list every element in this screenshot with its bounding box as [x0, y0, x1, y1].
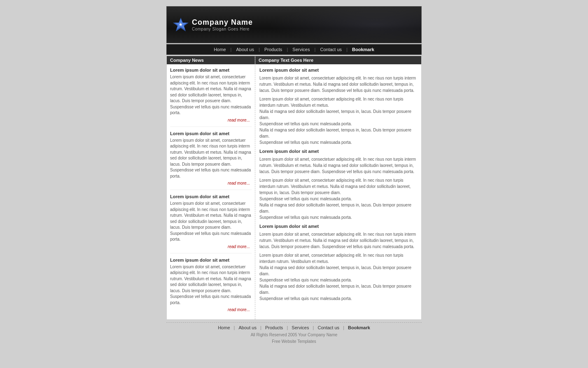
footer-sep-4: |: [313, 325, 314, 330]
copyright: All Rights Reserved 2005 Your Company Na…: [166, 332, 422, 349]
news-title-1: Lorem ipsum dolor sit amet: [170, 68, 252, 73]
news-body-3: Lorem ipsum dolor sit amet, consectetuer…: [170, 201, 252, 243]
footer-nav-products[interactable]: Products: [263, 325, 285, 330]
read-more-1[interactable]: read more...: [170, 118, 252, 122]
news-divider-1: [170, 127, 252, 127]
footer-nav-bookmark[interactable]: Bookmark: [345, 325, 373, 330]
news-body-2: Lorem ipsum dolor sit amet, consectetuer…: [170, 138, 252, 180]
main-para-1-0: Lorem ipsum dolor sit amet, consectetuer…: [259, 75, 417, 94]
read-more-2[interactable]: read more...: [170, 181, 252, 185]
nav-contact[interactable]: Contact us: [317, 47, 345, 52]
main-section-title-3: Lorem ipsum dolor sit amet: [259, 224, 417, 229]
footer-nav-services[interactable]: Services: [289, 325, 311, 330]
nav-sep-2: |: [259, 47, 260, 52]
footer-sep-1: |: [234, 325, 235, 330]
logo-icon: ★: [173, 17, 189, 33]
right-col-header: Company Text Goes Here: [255, 56, 421, 64]
company-slogan: Company Slogan Goes Here: [192, 27, 253, 31]
news-divider-3: [170, 253, 252, 253]
news-title-2: Lorem ipsum dolor sit amet: [170, 131, 252, 136]
read-more-3[interactable]: read more...: [170, 244, 252, 249]
news-item-3: Lorem ipsum dolor sit amet Lorem ipsum d…: [167, 191, 255, 252]
nav-sep-4: |: [315, 47, 316, 52]
copyright-line1: All Rights Reserved 2005 Your Company Na…: [166, 332, 422, 338]
main-content: Lorem ipsum dolor sit amet Lorem ipsum d…: [255, 64, 421, 307]
svg-text:★: ★: [179, 22, 183, 27]
main-para-2-0: Lorem ipsum dolor sit amet, consectetuer…: [259, 156, 417, 175]
news-title-3: Lorem ipsum dolor sit amet: [170, 194, 252, 199]
news-item-2: Lorem ipsum dolor sit amet Lorem ipsum d…: [167, 128, 255, 189]
main-section-title-2: Lorem ipsum dolor sit amet: [259, 149, 417, 154]
nav-sep-3: |: [287, 47, 288, 52]
company-name: Company Name: [192, 18, 253, 27]
nav-products[interactable]: Products: [261, 47, 285, 52]
footer-sep-2: |: [260, 325, 261, 330]
main-para-3-1: Lorem ipsum dolor sit amet, consectetuer…: [259, 252, 417, 302]
nav-services[interactable]: Services: [289, 47, 313, 52]
main-para-2-1: Lorem ipsum dolor sit amet, consectetuer…: [259, 177, 417, 220]
content-wrapper: Company News Lorem ipsum dolor sit amet …: [166, 56, 422, 320]
nav-home[interactable]: Home: [210, 47, 229, 52]
main-section-title-1: Lorem ipsum dolor sit amet: [259, 68, 417, 73]
footer-sep-3: |: [287, 325, 288, 330]
read-more-4[interactable]: read more...: [170, 307, 252, 312]
nav-sep-5: |: [346, 47, 348, 52]
news-item-4: Lorem ipsum dolor sit amet Lorem ipsum d…: [167, 254, 255, 316]
main-para-1-1: Lorem ipsum dolor sit amet, consectetuer…: [259, 96, 417, 145]
footer-sep-5: |: [343, 325, 344, 330]
nav-about[interactable]: About us: [233, 47, 257, 52]
site-header: ★ Company Name Company Slogan Goes Here: [166, 6, 422, 43]
main-para-3-0: Lorem ipsum dolor sit amet, consectetuer…: [259, 231, 417, 250]
left-col-header: Company News: [167, 56, 255, 64]
footer-nav-contact[interactable]: Contact us: [315, 325, 342, 330]
right-column: Company Text Goes Here Lorem ipsum dolor…: [255, 56, 421, 319]
news-body-4: Lorem ipsum dolor sit amet, consectetuer…: [170, 264, 252, 306]
footer-nav-about[interactable]: About us: [236, 325, 259, 330]
main-nav: Home | About us | Products | Services | …: [166, 44, 422, 55]
news-item-1: Lorem ipsum dolor sit amet Lorem ipsum d…: [167, 64, 255, 126]
nav-bookmark[interactable]: Bookmark: [349, 47, 378, 52]
nav-sep-1: |: [231, 47, 232, 52]
footer-nav-home[interactable]: Home: [215, 325, 232, 330]
left-column: Company News Lorem ipsum dolor sit amet …: [167, 56, 255, 319]
news-body-1: Lorem ipsum dolor sit amet, consectetuer…: [170, 74, 252, 116]
company-info: Company Name Company Slogan Goes Here: [192, 18, 253, 32]
copyright-line2: Free Website Templates: [166, 338, 422, 345]
footer-nav: Home | About us | Products | Services | …: [166, 323, 422, 332]
news-title-4: Lorem ipsum dolor sit amet: [170, 258, 252, 263]
news-divider-2: [170, 190, 252, 190]
